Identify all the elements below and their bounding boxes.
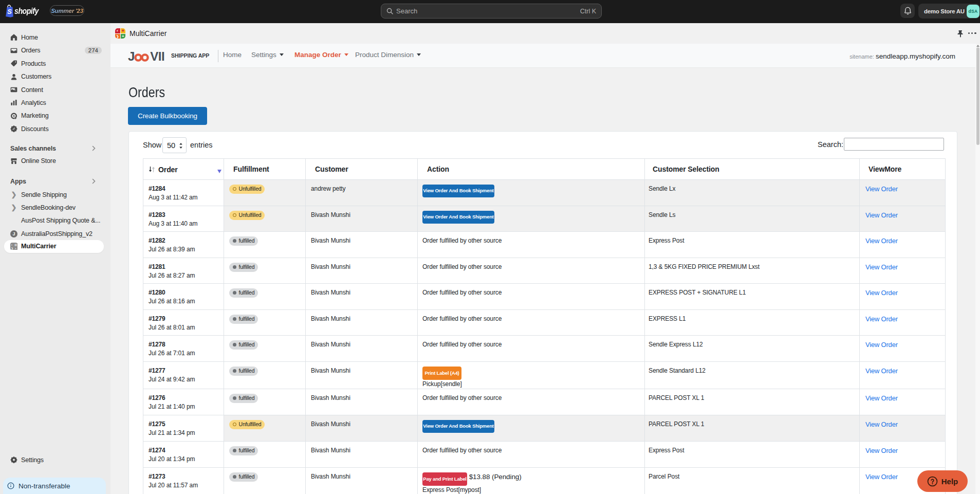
svg-text:S: S [7, 8, 12, 15]
